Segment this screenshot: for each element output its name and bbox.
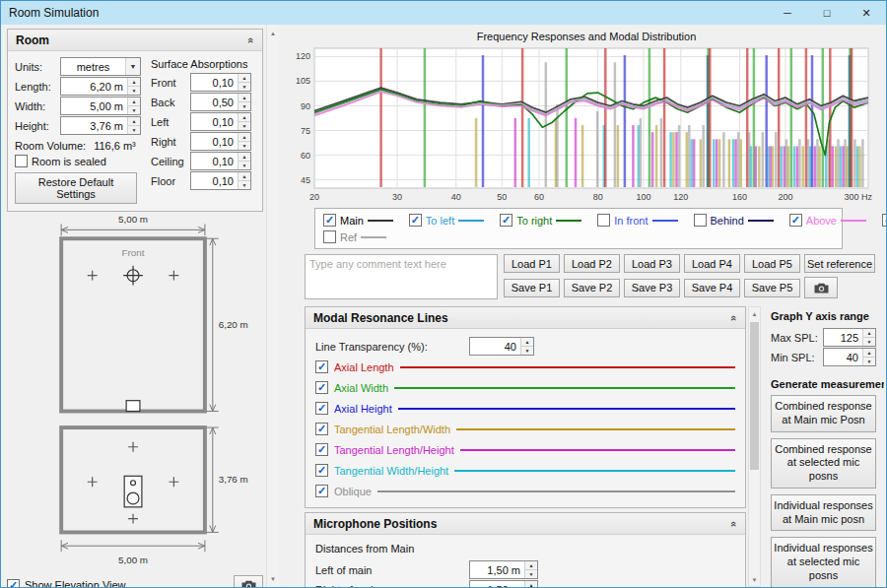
mic-panel-header[interactable]: Microphone Positions « — [306, 513, 745, 535]
spin-up-icon[interactable]: ▲ — [239, 113, 250, 121]
main-listening-position-icon[interactable] — [123, 266, 143, 286]
show-elevation-checkbox[interactable]: ✓ — [7, 579, 20, 587]
spin-up-icon[interactable]: ▲ — [525, 581, 537, 587]
spin-up-icon[interactable]: ▲ — [128, 78, 140, 86]
individual-responses-at-main-mic-posn-button[interactable]: Individual responses at Main mic posn — [771, 494, 876, 532]
legend-item-to-left[interactable]: ✓To left — [409, 214, 484, 227]
legend-item-in-front[interactable]: In front — [597, 214, 677, 227]
surface-spinner-floor[interactable]: 0,10▲▼ — [190, 171, 251, 190]
titlebar[interactable]: Room Simulation ─ □ ✕ — [1, 1, 886, 25]
surface-spinner-right[interactable]: 0,10▲▼ — [190, 132, 251, 151]
legend-checkbox-to-right[interactable]: ✓ — [500, 214, 512, 227]
room-dim-spinner-height[interactable]: 3,76 m▲▼ — [60, 116, 141, 135]
spin-up-icon[interactable]: ▲ — [128, 98, 140, 105]
load-p5-button[interactable]: Load P5 — [744, 254, 800, 273]
spin-down-icon[interactable]: ▼ — [239, 180, 250, 189]
save-p4-button[interactable]: Save P4 — [684, 279, 740, 297]
legend-item-above[interactable]: ✓Above — [789, 214, 866, 227]
load-p4-button[interactable]: Load P4 — [684, 254, 740, 273]
plan-speaker-icon[interactable] — [126, 401, 140, 412]
maximize-button[interactable]: □ — [807, 1, 847, 25]
collapse-icon[interactable]: « — [728, 314, 740, 320]
scroll-down-icon[interactable]: ▼ — [749, 573, 760, 586]
room-sealed-checkbox-row[interactable]: Room is sealed — [15, 155, 141, 167]
mic-distance-spinner-right-of-main[interactable]: 1,50 m▲▼ — [469, 580, 538, 587]
scroll-down-icon[interactable]: ▼ — [267, 572, 279, 585]
modal-line-item-axial-width[interactable]: ✓Axial Width — [315, 377, 735, 398]
legend-checkbox-ref[interactable] — [323, 230, 336, 243]
surface-spinner-ceiling[interactable]: 0,10▲▼ — [190, 152, 251, 170]
modal-line-checkbox-axial-height[interactable]: ✓ — [315, 402, 328, 415]
scrollbar-thumb[interactable] — [750, 322, 759, 470]
restore-defaults-button[interactable]: Restore Default Settings — [15, 172, 137, 204]
surface-spinner-front[interactable]: 0,10▲▼ — [190, 73, 251, 92]
load-p3-button[interactable]: Load P3 — [624, 254, 680, 273]
legend-checkbox-below[interactable]: ✓ — [882, 214, 886, 227]
surface-spinner-back[interactable]: 0,50▲▼ — [190, 93, 251, 111]
combined-response-at-selected-mic-posns-button[interactable]: Combined response at selected mic posns — [771, 438, 876, 489]
spin-down-icon[interactable]: ▼ — [128, 86, 140, 95]
comment-input[interactable] — [305, 254, 498, 299]
modal-line-item-axial-length[interactable]: ✓Axial Length — [315, 357, 735, 377]
spin-up-icon[interactable]: ▲ — [863, 329, 875, 337]
legend-checkbox-behind[interactable] — [694, 214, 707, 227]
legend-checkbox-in-front[interactable] — [597, 214, 610, 227]
spin-up-icon[interactable]: ▲ — [521, 338, 533, 346]
modal-line-item-oblique[interactable]: ✓Oblique — [315, 481, 735, 501]
modal-line-checkbox-axial-width[interactable]: ✓ — [315, 381, 328, 394]
modal-line-checkbox-tangential-length-height[interactable]: ✓ — [315, 443, 328, 456]
spin-up-icon[interactable]: ▲ — [863, 349, 875, 357]
spin-down-icon[interactable]: ▼ — [239, 141, 250, 150]
collapse-icon[interactable]: « — [728, 520, 740, 526]
spin-down-icon[interactable]: ▼ — [239, 82, 250, 91]
spin-up-icon[interactable]: ▲ — [239, 133, 250, 141]
combined-response-at-main-mic-posn-button[interactable]: Combined response at Main mic Posn — [771, 395, 876, 432]
spin-up-icon[interactable]: ▲ — [239, 94, 250, 101]
show-elevation-label[interactable]: Show Elevation View — [25, 579, 126, 587]
surface-spinner-left[interactable]: 0,10▲▼ — [190, 112, 251, 131]
units-combobox[interactable]: metres ▼ — [60, 57, 141, 76]
modal-line-checkbox-tangential-length-width[interactable]: ✓ — [315, 423, 328, 435]
spin-down-icon[interactable]: ▼ — [239, 101, 250, 110]
spin-up-icon[interactable]: ▲ — [239, 153, 250, 161]
spin-down-icon[interactable]: ▼ — [239, 161, 250, 169]
save-p5-button[interactable]: Save P5 — [744, 279, 800, 297]
modal-panel-header[interactable]: Modal Resonance Lines « — [306, 307, 745, 329]
room-sealed-checkbox[interactable] — [15, 155, 28, 167]
legend-item-ref[interactable]: Ref — [323, 230, 386, 243]
left-panel-scrollbar[interactable]: ▲ ▼ — [266, 25, 279, 587]
mic-distance-spinner-left-of-main[interactable]: 1,50 m▲▼ — [469, 560, 538, 579]
legend-item-behind[interactable]: Behind — [694, 214, 774, 227]
legend-checkbox-main[interactable]: ✓ — [323, 214, 336, 227]
spin-up-icon[interactable]: ▲ — [239, 74, 250, 82]
modal-line-item-tangential-width-height[interactable]: ✓Tangential Width/Height — [315, 460, 735, 481]
spin-down-icon[interactable]: ▼ — [128, 125, 140, 134]
spin-down-icon[interactable]: ▼ — [521, 346, 533, 355]
minimize-button[interactable]: ─ — [768, 1, 807, 25]
max-spl-spinner[interactable]: 125▲▼ — [823, 328, 876, 347]
collapse-icon[interactable]: « — [245, 36, 257, 42]
room-dim-spinner-width[interactable]: 5,00 m▲▼ — [60, 97, 141, 115]
set-reference-button[interactable]: Set reference — [804, 254, 875, 273]
individual-responses-at-selected-mic-posns-button[interactable]: Individual responses at selected mic pos… — [771, 537, 876, 587]
close-button[interactable]: ✕ — [847, 1, 886, 25]
room-dim-spinner-length[interactable]: 6,20 m▲▼ — [60, 77, 141, 96]
legend-checkbox-above[interactable]: ✓ — [789, 214, 802, 227]
scroll-up-icon[interactable]: ▲ — [267, 27, 279, 39]
legend-item-below[interactable]: ✓Below — [882, 214, 886, 227]
spin-up-icon[interactable]: ▲ — [525, 561, 537, 569]
spin-up-icon[interactable]: ▲ — [128, 117, 140, 125]
content-scrollbar[interactable]: ▲ ▼ — [748, 306, 761, 587]
legend-item-main[interactable]: ✓Main — [323, 214, 393, 227]
modal-line-checkbox-oblique[interactable]: ✓ — [315, 485, 328, 497]
legend-item-to-right[interactable]: ✓To right — [500, 214, 581, 227]
room-group-header[interactable]: Room « — [8, 30, 262, 51]
dropdown-arrow-icon[interactable]: ▼ — [125, 58, 140, 75]
scroll-up-icon[interactable]: ▲ — [749, 307, 760, 320]
min-spl-spinner[interactable]: 40▲▼ — [823, 348, 876, 366]
save-p3-button[interactable]: Save P3 — [624, 279, 680, 297]
modal-line-checkbox-tangential-width-height[interactable]: ✓ — [315, 464, 328, 477]
spin-down-icon[interactable]: ▼ — [239, 121, 250, 130]
load-p1-button[interactable]: Load P1 — [504, 254, 560, 273]
spin-down-icon[interactable]: ▼ — [128, 105, 140, 114]
